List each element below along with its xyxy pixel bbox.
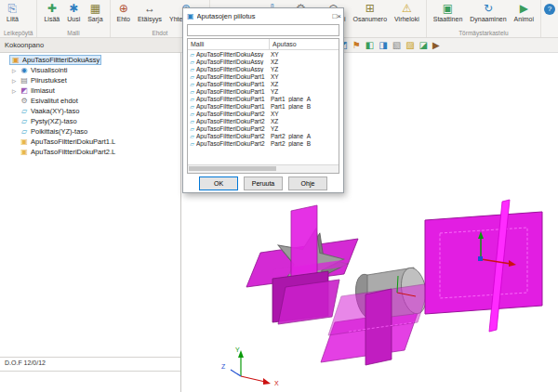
table-row[interactable]: ▱ApuTasoFiltteriDokuPart2XY	[188, 110, 339, 117]
viewbar-icon-18[interactable]: ▨	[405, 40, 414, 51]
help-button[interactable]: Ohje	[288, 176, 327, 190]
tree-item[interactable]: ▷▤Piirustukset	[0, 75, 180, 85]
table-row[interactable]: ▱ApuTasoFiltteriDokuAssyXZ	[188, 58, 339, 65]
table-header: Malli Aputaso	[188, 39, 339, 50]
ribbon-button-ehto[interactable]: ⊕Ehto	[114, 2, 133, 29]
cell-aputaso: Part2_plane_A	[266, 133, 339, 139]
ribbon-button-label: Liitä	[7, 16, 19, 23]
horizontal-scrollbar[interactable]	[188, 164, 339, 173]
ribbon-button-lisää[interactable]: ✚Lisää	[41, 2, 62, 29]
viewbar-icon-14[interactable]: ⚑	[352, 40, 361, 51]
tree-item-label: ApuTasoFiltteriDokuPart2.L	[31, 148, 115, 156]
ribbon-button-staattinen[interactable]: ▣Staattinen	[431, 2, 466, 29]
table-row[interactable]: ▱ApuTasoFiltteriDokuPart1Part1_plane_A	[188, 95, 339, 102]
expander-icon[interactable]: ▷	[10, 68, 18, 73]
tree-item[interactable]: ▷◩Ilmiasut	[0, 85, 180, 96]
viewbar-icon-20[interactable]: ▶	[432, 40, 440, 51]
plane-icon: ▱	[188, 103, 196, 110]
ribbon-button-dynaaminen[interactable]: ↻Dynaaminen	[467, 2, 509, 29]
viewbar-icon-16[interactable]: ◨	[379, 40, 387, 51]
cell-malli: ApuTasoFiltteriDokuPart1	[196, 81, 266, 87]
tree-item[interactable]: ⚙Esivalitut ehdot	[0, 96, 180, 106]
ok-button[interactable]: OK	[199, 176, 238, 190]
dialog-button-row: OKPeruutaOhje	[183, 174, 343, 192]
tree-item-content[interactable]: ▱Poikittais(YZ)-taso	[18, 126, 89, 137]
tree-item[interactable]: ▣ApuTasoFiltteriDokuPart2.L	[0, 147, 180, 157]
expander-icon[interactable]: ▷	[10, 78, 18, 84]
table-row[interactable]: ▱ApuTasoFiltteriDokuAssyXY	[188, 50, 339, 58]
tree-item-content[interactable]: ▱Vaaka(XY)-taso	[18, 106, 81, 116]
plane-icon: ▱	[188, 118, 196, 124]
ribbon-button-label: Sarja	[87, 16, 102, 23]
animate-icon: ▶	[520, 2, 528, 15]
ribbon-button-etäisyys[interactable]: ↔Etäisyys	[135, 2, 165, 29]
viewbar-icon-19[interactable]: ◪	[419, 40, 428, 51]
ribbon-group: ▣Staattinen↻Dynaaminen▶AnimoiTörmäystark…	[427, 0, 541, 37]
tree-item-content[interactable]: ⚙Esivalitut ehdot	[18, 96, 80, 106]
tree-item-content[interactable]: ◩Ilmiasut	[18, 85, 57, 96]
cell-malli: ApuTasoFiltteriDokuPart2	[196, 125, 266, 132]
table-row[interactable]: ▱ApuTasoFiltteriDokuPart2Part2_plane_A	[188, 132, 339, 139]
viewbar-icon-17[interactable]: ▧	[392, 40, 401, 51]
ribbon-button-sarja[interactable]: ▦Sarja	[85, 2, 105, 29]
table-row[interactable]: ▱ApuTasoFiltteriDokuPart1Part1_plane_B	[188, 102, 339, 110]
filter-input[interactable]	[187, 24, 339, 36]
tree-item-content[interactable]: ▣ApuTasoFiltteriDokuPart1.L	[18, 137, 117, 147]
ribbon-button-animoi[interactable]: ▶Animoi	[512, 2, 537, 29]
axis-z-label: Z	[221, 363, 226, 370]
column-header-aputaso[interactable]: Aputaso	[270, 41, 339, 47]
tree-item-label: Vaaka(XY)-taso	[31, 107, 79, 115]
tree-item-content[interactable]: ◉Visualisointi	[18, 65, 69, 75]
cell-malli: ApuTasoFiltteriDokuAssy	[196, 51, 266, 58]
table-row[interactable]: ▱ApuTasoFiltteriDokuPart2YZ	[188, 124, 339, 132]
tree-item[interactable]: ▱Pysty(XZ)-taso	[0, 116, 180, 126]
constraint-icon: ⊕	[119, 2, 128, 15]
tree-item[interactable]: ▱Vaaka(XY)-taso	[0, 106, 180, 116]
dialog-titlebar[interactable]: ▣ Aputasojen piilotus □×	[183, 8, 343, 23]
cell-malli: ApuTasoFiltteriDokuPart1	[196, 73, 266, 80]
close-button[interactable]: ×	[337, 12, 341, 20]
tree-item-content[interactable]: ▣ApuTasoFiltteriDokuAssy	[9, 55, 101, 65]
tree-item[interactable]: ▷◉Visualisointi	[0, 65, 180, 75]
plane-icon: ▱	[188, 133, 196, 139]
tree-item[interactable]: ▣ApuTasoFiltteriDokuPart1.L	[0, 137, 180, 147]
dof-status: D.O.F 12/0/12	[0, 358, 180, 372]
ribbon-group: ✚Lisää✱Uusi▦SarjaMalli	[37, 0, 110, 37]
table-row[interactable]: ▱ApuTasoFiltteriDokuPart2Part2_plane_B	[188, 139, 339, 147]
table-row[interactable]: ▱ApuTasoFiltteriDokuPart1XY	[188, 72, 339, 80]
plane-icon: ▱	[188, 140, 196, 147]
table-row[interactable]: ▱ApuTasoFiltteriDokuPart1XZ	[188, 80, 339, 87]
cell-aputaso: Part1_plane_B	[266, 103, 339, 110]
ribbon-button-label: Dynaaminen	[470, 16, 506, 23]
datum-plane[interactable]	[425, 212, 542, 314]
ribbon-button-virheloki[interactable]: ⚠Virheloki	[392, 2, 422, 29]
table-row[interactable]: ▱ApuTasoFiltteriDokuPart1YZ	[188, 87, 339, 95]
ribbon-button-uusi[interactable]: ✱Uusi	[64, 2, 83, 29]
ribbon-button-osanumero[interactable]: ⊞Osanumero	[350, 2, 390, 29]
scrollbar-thumb[interactable]	[189, 166, 276, 171]
ribbon-group-label: Törmäystarkastelu	[431, 29, 537, 37]
tree-item[interactable]: ▣ApuTasoFiltteriDokuAssy	[0, 55, 180, 65]
ribbon-group-label: Malli	[41, 29, 105, 37]
tree-item-content[interactable]: ▣ApuTasoFiltteriDokuPart2.L	[18, 147, 117, 157]
ribbon-left-section: ⎘LiitäLeikepöytä✚Lisää✱Uusi▦SarjaMalli⊕E…	[0, 0, 210, 37]
datum-plane[interactable]	[365, 289, 392, 365]
cell-aputaso: YZ	[266, 125, 339, 132]
conditions-icon: ⚙	[20, 97, 29, 106]
help-icon[interactable]: ?	[544, 4, 555, 15]
tree-item[interactable]: ▱Poikittais(YZ)-taso	[0, 126, 180, 137]
tree-item-label: Visualisointi	[31, 66, 67, 74]
cancel-button[interactable]: Peruuta	[244, 176, 283, 190]
ribbon-button-label: Etäisyys	[138, 16, 162, 23]
visualization-icon: ◉	[20, 66, 29, 75]
expander-icon[interactable]: ▷	[10, 88, 18, 94]
column-header-malli[interactable]: Malli	[188, 39, 270, 49]
tree-item-label: ApuTasoFiltteriDokuAssy	[22, 56, 100, 64]
table-row[interactable]: ▱ApuTasoFiltteriDokuAssyYZ	[188, 65, 339, 72]
table-row[interactable]: ▱ApuTasoFiltteriDokuPart2XZ	[188, 117, 339, 124]
ribbon-button-liitä[interactable]: ⎘Liitä	[4, 2, 21, 29]
cell-malli: ApuTasoFiltteriDokuPart1	[196, 96, 266, 102]
tree-item-content[interactable]: ▤Piirustukset	[18, 75, 69, 85]
viewbar-icon-15[interactable]: ◧	[365, 40, 374, 51]
tree-item-content[interactable]: ▱Pysty(XZ)-taso	[18, 116, 79, 126]
